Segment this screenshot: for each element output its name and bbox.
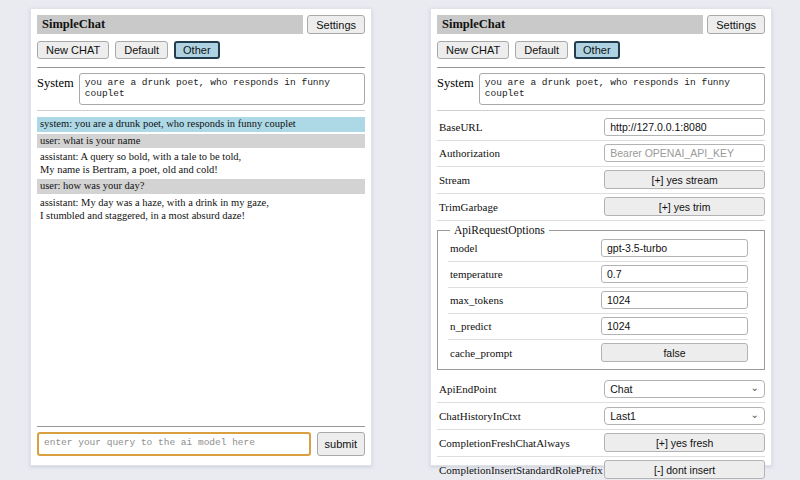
panel-header: SimpleChat Settings bbox=[437, 15, 765, 34]
api-request-options-legend: ApiRequestOptions bbox=[450, 224, 549, 236]
completion-insert-toggle-button[interactable]: [-] dont insert bbox=[604, 460, 765, 479]
chat-message-assistant: assistant: A query so bold, with a tale … bbox=[37, 150, 365, 177]
query-row: submit bbox=[37, 432, 365, 456]
system-label: System bbox=[437, 73, 474, 91]
temperature-input[interactable] bbox=[601, 265, 748, 283]
stream-toggle-button[interactable]: [+] yes stream bbox=[604, 170, 765, 189]
setting-label-max-tokens: max_tokens bbox=[448, 294, 601, 306]
select-wrap: Chat ⌄ bbox=[604, 379, 765, 398]
completion-fresh-toggle-button[interactable]: [+] yes fresh bbox=[604, 433, 765, 452]
setting-label-trimgarbage: TrimGarbage bbox=[437, 201, 604, 213]
panel-header: SimpleChat Settings bbox=[37, 15, 365, 34]
system-label: System bbox=[37, 73, 74, 91]
chat-message-list: system: you are a drunk poet, who respon… bbox=[37, 117, 365, 225]
settings-row-api-endpoint: ApiEndPoint Chat ⌄ bbox=[437, 376, 765, 403]
setting-label-completion-insert: CompletionInsertStandardRolePrefix bbox=[437, 464, 604, 476]
chat-message-user: user: what is your name bbox=[37, 134, 365, 149]
max-tokens-input[interactable] bbox=[601, 291, 748, 309]
app-title: SimpleChat bbox=[37, 15, 303, 34]
settings-row-n-predict: n_predict bbox=[448, 314, 748, 340]
session-button-default[interactable]: Default bbox=[115, 41, 168, 59]
divider bbox=[437, 67, 765, 68]
chat-message-user: user: how was your day? bbox=[37, 179, 365, 194]
settings-row-stream: Stream [+] yes stream bbox=[437, 167, 765, 194]
system-prompt-row: System you are a drunk poet, who respond… bbox=[37, 73, 365, 105]
session-toolbar: New CHAT Default Other bbox=[37, 41, 365, 59]
page: SimpleChat Settings New CHAT Default Oth… bbox=[0, 0, 800, 480]
divider bbox=[37, 110, 365, 111]
model-input[interactable] bbox=[601, 239, 748, 257]
setting-label-authorization: Authorization bbox=[437, 147, 604, 159]
trimgarbage-toggle-button[interactable]: [+] yes trim bbox=[604, 197, 765, 216]
settings-panel: SimpleChat Settings New CHAT Default Oth… bbox=[430, 8, 772, 466]
settings-row-max-tokens: max_tokens bbox=[448, 288, 748, 314]
setting-label-completion-fresh: CompletionFreshChatAlways bbox=[437, 437, 604, 449]
settings-row-completion-insert: CompletionInsertStandardRolePrefix [-] d… bbox=[437, 457, 765, 480]
authorization-input[interactable] bbox=[604, 144, 765, 162]
session-button-default[interactable]: Default bbox=[515, 41, 568, 59]
system-prompt-input[interactable]: you are a drunk poet, who responds in fu… bbox=[79, 73, 365, 105]
settings-row-cache-prompt: cache_prompt false bbox=[448, 340, 748, 366]
chat-history-select[interactable]: Last1 bbox=[604, 407, 765, 425]
system-prompt-row: System you are a drunk poet, who respond… bbox=[437, 73, 765, 105]
api-endpoint-select[interactable]: Chat bbox=[604, 380, 765, 398]
divider bbox=[37, 67, 365, 68]
settings-list: BaseURL Authorization Stream [+] yes str… bbox=[437, 115, 765, 480]
setting-label-baseurl: BaseURL bbox=[437, 121, 604, 133]
setting-label-cache-prompt: cache_prompt bbox=[448, 347, 601, 359]
new-chat-button[interactable]: New CHAT bbox=[37, 41, 109, 59]
api-request-options-group: ApiRequestOptions model temperature max_… bbox=[437, 224, 765, 370]
setting-label-stream: Stream bbox=[437, 174, 604, 186]
spacer bbox=[37, 225, 365, 423]
select-wrap: Last1 ⌄ bbox=[604, 406, 765, 425]
app-title: SimpleChat bbox=[437, 15, 703, 34]
divider bbox=[437, 110, 765, 111]
settings-row-trimgarbage: TrimGarbage [+] yes trim bbox=[437, 194, 765, 221]
settings-row-authorization: Authorization bbox=[437, 141, 765, 167]
session-toolbar: New CHAT Default Other bbox=[437, 41, 765, 59]
session-button-other[interactable]: Other bbox=[174, 41, 220, 59]
submit-button[interactable]: submit bbox=[317, 432, 365, 456]
setting-label-api-endpoint: ApiEndPoint bbox=[437, 383, 604, 395]
setting-label-chat-history: ChatHistoryInCtxt bbox=[437, 410, 604, 422]
chat-message-assistant: assistant: My day was a haze, with a dri… bbox=[37, 196, 365, 223]
setting-label-n-predict: n_predict bbox=[448, 320, 601, 332]
settings-row-chat-history: ChatHistoryInCtxt Last1 ⌄ bbox=[437, 403, 765, 430]
settings-row-model: model bbox=[448, 236, 748, 262]
baseurl-input[interactable] bbox=[604, 118, 765, 136]
system-prompt-input[interactable]: you are a drunk poet, who responds in fu… bbox=[479, 73, 765, 105]
chat-panel: SimpleChat Settings New CHAT Default Oth… bbox=[30, 8, 372, 466]
setting-label-model: model bbox=[448, 242, 601, 254]
cache-prompt-toggle-button[interactable]: false bbox=[601, 343, 748, 362]
settings-button[interactable]: Settings bbox=[307, 15, 365, 34]
divider bbox=[37, 426, 365, 427]
settings-row-temperature: temperature bbox=[448, 262, 748, 288]
new-chat-button[interactable]: New CHAT bbox=[437, 41, 509, 59]
session-button-other[interactable]: Other bbox=[574, 41, 620, 59]
chat-message-system: system: you are a drunk poet, who respon… bbox=[37, 117, 365, 132]
settings-row-completion-fresh: CompletionFreshChatAlways [+] yes fresh bbox=[437, 430, 765, 457]
settings-row-baseurl: BaseURL bbox=[437, 115, 765, 141]
setting-label-temperature: temperature bbox=[448, 268, 601, 280]
settings-button[interactable]: Settings bbox=[707, 15, 765, 34]
query-input[interactable] bbox=[37, 432, 311, 456]
n-predict-input[interactable] bbox=[601, 317, 748, 335]
